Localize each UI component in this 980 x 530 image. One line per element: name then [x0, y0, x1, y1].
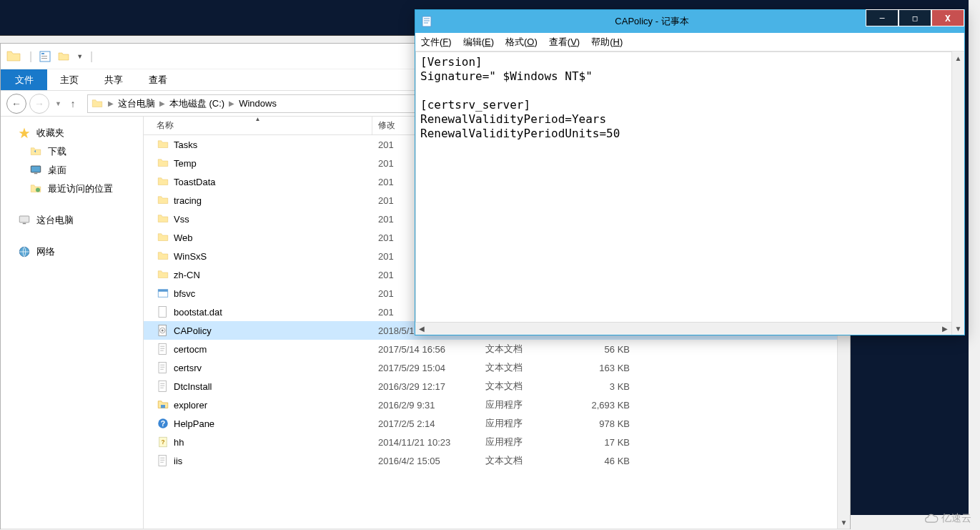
desktop-icon — [29, 164, 42, 177]
file-size: 2,693 KB — [573, 400, 644, 411]
sidebar-network[interactable]: 网络 — [12, 242, 143, 261]
file-row[interactable]: iis2016/4/2 15:05文本文档46 KB — [144, 451, 837, 470]
sidebar-item-desktop[interactable]: 桌面 — [12, 161, 143, 180]
file-row[interactable]: certocm2017/5/14 16:56文本文档56 KB — [144, 340, 837, 358]
file-date: 2017/5/29 15:04 — [372, 363, 480, 373]
file-row[interactable]: DtcInstall2016/3/29 12:17文本文档3 KB — [144, 377, 837, 396]
scroll-track[interactable] — [428, 323, 939, 335]
file-type: 应用程序 — [480, 417, 573, 430]
svg-rect-12 — [159, 307, 167, 318]
chevron-right-icon[interactable]: ▶ — [159, 99, 165, 107]
file-row[interactable]: ?HelpPane2017/2/5 2:14应用程序978 KB — [144, 414, 837, 433]
file-type: 应用程序 — [480, 398, 573, 411]
tab-view[interactable]: 查看 — [136, 69, 180, 90]
menu-view[interactable]: 查看(V) — [549, 36, 580, 49]
downloads-icon — [29, 145, 42, 158]
scroll-left-icon[interactable]: ◀ — [415, 323, 428, 335]
svg-rect-18 — [159, 381, 167, 392]
scroll-up-icon[interactable]: ▲ — [952, 51, 964, 64]
file-row[interactable]: ?hh2014/11/21 10:23应用程序17 KB — [144, 433, 837, 451]
horizontal-scrollbar[interactable]: ◀ ▶ — [415, 322, 951, 335]
file-date: 2016/3/29 12:17 — [372, 381, 480, 392]
file-name: ToastData — [174, 177, 216, 187]
nav-up-button[interactable]: ↑ — [64, 95, 81, 112]
svg-rect-19 — [161, 405, 165, 408]
menu-file[interactable]: 文件(F) — [421, 36, 452, 49]
watermark: 亿速云 — [924, 511, 971, 526]
svg-rect-11 — [158, 290, 168, 292]
file-size: 46 KB — [573, 456, 644, 466]
window-controls: ─ □ X — [866, 10, 964, 33]
file-name: Temp — [174, 158, 197, 169]
notepad-titlebar[interactable]: CAPolicy - 记事本 ─ □ X — [415, 10, 964, 33]
chevron-right-icon[interactable]: ▶ — [229, 99, 234, 107]
star-icon — [18, 127, 31, 139]
scroll-right-icon[interactable]: ▶ — [939, 323, 951, 335]
file-type: 文本文档 — [480, 454, 573, 467]
file-name: Vss — [174, 214, 189, 225]
sidebar-computer[interactable]: 这台电脑 — [12, 211, 143, 230]
file-name: hh — [174, 437, 184, 448]
svg-rect-7 — [19, 216, 29, 222]
svg-rect-2 — [41, 56, 47, 57]
maximize-button[interactable]: □ — [899, 9, 931, 26]
qat-separator: | — [90, 50, 93, 63]
close-button[interactable]: X — [931, 9, 964, 26]
breadcrumb-item[interactable]: 这台电脑 — [118, 97, 155, 110]
menu-edit[interactable]: 编辑(E) — [463, 36, 494, 49]
tab-file[interactable]: 文件 — [1, 69, 47, 90]
file-row[interactable]: certsrv2017/5/29 15:04文本文档163 KB — [144, 358, 837, 377]
breadcrumb-item[interactable]: 本地磁盘 (C:) — [169, 97, 224, 110]
chevron-right-icon[interactable]: ▶ — [108, 99, 114, 107]
tab-home[interactable]: 主页 — [47, 69, 91, 90]
notepad-editor[interactable]: [Version] Signature=" $Windows NT$" [cer… — [415, 51, 951, 322]
sidebar-item-label: 网络 — [36, 245, 55, 258]
svg-rect-4 — [31, 166, 41, 172]
file-date: 2017/5/14 16:56 — [372, 344, 480, 355]
svg-rect-1 — [41, 53, 44, 54]
notepad-body: [Version] Signature=" $Windows NT$" [cer… — [415, 51, 964, 335]
file-name: bootstat.dat — [174, 307, 222, 318]
svg-point-15 — [162, 330, 164, 332]
computer-icon — [18, 214, 31, 227]
folder-icon — [91, 97, 104, 110]
file-type: 文本文档 — [480, 361, 573, 374]
vertical-scrollbar[interactable]: ▲ ▼ — [951, 51, 964, 335]
notepad-window: CAPolicy - 记事本 ─ □ X 文件(F) 编辑(E) 格式(O) 查… — [415, 9, 965, 335]
sidebar-item-label: 桌面 — [48, 164, 66, 177]
scroll-down-icon[interactable]: ▼ — [838, 516, 850, 529]
tab-share[interactable]: 共享 — [91, 69, 136, 90]
sidebar-item-recent[interactable]: 最近访问的位置 — [12, 180, 143, 198]
file-name: tracing — [174, 195, 202, 206]
file-date: 2016/4/2 15:05 — [372, 456, 480, 466]
qat-dropdown-icon[interactable]: ▼ — [76, 53, 83, 60]
sidebar-favorites[interactable]: 收藏夹 — [12, 124, 143, 142]
svg-rect-8 — [23, 223, 26, 225]
file-name: explorer — [174, 400, 207, 411]
nav-forward-button: → — [29, 94, 49, 114]
breadcrumb-item[interactable]: Windows — [239, 98, 277, 109]
file-size: 17 KB — [573, 437, 644, 448]
file-name: certocm — [174, 344, 207, 355]
column-name[interactable]: ▲名称 — [144, 117, 372, 134]
new-folder-icon[interactable] — [58, 51, 69, 62]
sidebar-item-label: 下载 — [48, 145, 66, 158]
file-name: CAPolicy — [174, 325, 212, 336]
sidebar-item-label: 最近访问的位置 — [48, 182, 113, 195]
file-size: 978 KB — [573, 418, 644, 429]
quick-access-toolbar: | ▼ | — [29, 50, 93, 63]
menu-help[interactable]: 帮助(H) — [591, 36, 623, 49]
file-name: WinSxS — [174, 251, 207, 262]
nav-history-dropdown[interactable]: ▼ — [55, 100, 61, 107]
folder-icon — [5, 48, 22, 65]
properties-icon[interactable] — [39, 51, 51, 62]
menu-format[interactable]: 格式(O) — [505, 36, 538, 49]
file-type: 文本文档 — [480, 343, 573, 355]
minimize-button[interactable]: ─ — [866, 9, 899, 26]
nav-back-button[interactable]: ← — [6, 94, 26, 114]
sidebar-item-downloads[interactable]: 下载 — [12, 142, 143, 161]
file-size: 3 KB — [573, 381, 644, 392]
file-row[interactable]: explorer2016/2/9 9:31应用程序2,693 KB — [144, 396, 837, 414]
scroll-down-icon[interactable]: ▼ — [952, 322, 964, 335]
file-size: 56 KB — [573, 344, 644, 355]
